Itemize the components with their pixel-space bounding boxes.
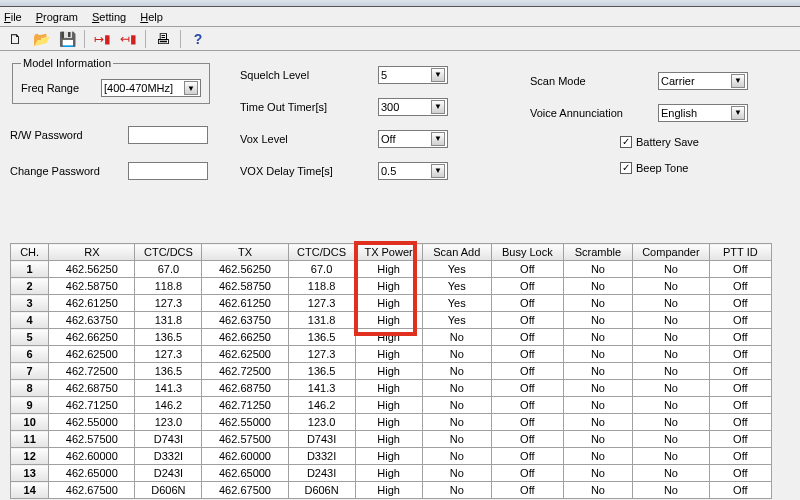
cell-rx[interactable]: 462.68750 (49, 380, 135, 397)
cell-rx[interactable]: 462.72500 (49, 363, 135, 380)
cell-tx[interactable]: 462.60000 (202, 448, 288, 465)
cell-enc[interactable]: 67.0 (288, 261, 355, 278)
cell-busylock[interactable]: Off (491, 482, 563, 499)
cell-ch[interactable]: 14 (11, 482, 49, 499)
cell-ch[interactable]: 4 (11, 312, 49, 329)
scanmode-select[interactable]: Carrier ▼ (658, 72, 748, 90)
read-radio-icon[interactable]: ↦▮ (93, 30, 111, 48)
cell-compander[interactable]: No (633, 397, 710, 414)
cell-scanadd[interactable]: No (422, 397, 491, 414)
cell-enc[interactable]: 127.3 (288, 295, 355, 312)
cell-dec[interactable]: 136.5 (135, 363, 202, 380)
th-rx[interactable]: RX (49, 244, 135, 261)
cell-dec[interactable]: 67.0 (135, 261, 202, 278)
cell-compander[interactable]: No (633, 295, 710, 312)
th-tx[interactable]: TX (202, 244, 288, 261)
cell-ch[interactable]: 5 (11, 329, 49, 346)
cell-pttid[interactable]: Off (709, 448, 771, 465)
cell-rx[interactable]: 462.61250 (49, 295, 135, 312)
cell-power[interactable]: High (355, 363, 422, 380)
table-row[interactable]: 2462.58750118.8462.58750118.8HighYesOffN… (11, 278, 772, 295)
cell-busylock[interactable]: Off (491, 312, 563, 329)
cell-rx[interactable]: 462.57500 (49, 431, 135, 448)
cell-compander[interactable]: No (633, 448, 710, 465)
cell-ch[interactable]: 7 (11, 363, 49, 380)
table-row[interactable]: 10462.55000123.0462.55000123.0HighNoOffN… (11, 414, 772, 431)
change-password-input[interactable] (128, 162, 208, 180)
cell-dec[interactable]: 118.8 (135, 278, 202, 295)
cell-power[interactable]: High (355, 448, 422, 465)
th-compander[interactable]: Compander (633, 244, 710, 261)
cell-scanadd[interactable]: Yes (422, 312, 491, 329)
th-scanadd[interactable]: Scan Add (422, 244, 491, 261)
cell-scanadd[interactable]: No (422, 363, 491, 380)
cell-tx[interactable]: 462.58750 (202, 278, 288, 295)
cell-busylock[interactable]: Off (491, 397, 563, 414)
cell-compander[interactable]: No (633, 261, 710, 278)
table-row[interactable]: 11462.57500D743I462.57500D743IHighNoOffN… (11, 431, 772, 448)
cell-dec[interactable]: 131.8 (135, 312, 202, 329)
cell-dec[interactable]: 123.0 (135, 414, 202, 431)
cell-pttid[interactable]: Off (709, 431, 771, 448)
cell-compander[interactable]: No (633, 465, 710, 482)
cell-busylock[interactable]: Off (491, 261, 563, 278)
cell-compander[interactable]: No (633, 482, 710, 499)
cell-power[interactable]: High (355, 482, 422, 499)
cell-power[interactable]: High (355, 329, 422, 346)
cell-ch[interactable]: 12 (11, 448, 49, 465)
cell-scramble[interactable]: No (563, 465, 632, 482)
cell-scanadd[interactable]: No (422, 329, 491, 346)
save-icon[interactable]: 💾 (58, 30, 76, 48)
cell-enc[interactable]: 136.5 (288, 363, 355, 380)
cell-rx[interactable]: 462.60000 (49, 448, 135, 465)
cell-scanadd[interactable]: No (422, 346, 491, 363)
cell-ch[interactable]: 6 (11, 346, 49, 363)
cell-dec[interactable]: 141.3 (135, 380, 202, 397)
rw-password-input[interactable] (128, 126, 208, 144)
table-row[interactable]: 5462.66250136.5462.66250136.5HighNoOffNo… (11, 329, 772, 346)
print-icon[interactable]: 🖶 (154, 30, 172, 48)
table-row[interactable]: 13462.65000D243I462.65000D243IHighNoOffN… (11, 465, 772, 482)
cell-rx[interactable]: 462.71250 (49, 397, 135, 414)
cell-ch[interactable]: 2 (11, 278, 49, 295)
cell-scramble[interactable]: No (563, 397, 632, 414)
th-ch[interactable]: CH. (11, 244, 49, 261)
th-txpower[interactable]: TX Power (355, 244, 422, 261)
cell-busylock[interactable]: Off (491, 414, 563, 431)
cell-dec[interactable]: 146.2 (135, 397, 202, 414)
cell-tx[interactable]: 462.65000 (202, 465, 288, 482)
cell-ch[interactable]: 10 (11, 414, 49, 431)
cell-power[interactable]: High (355, 431, 422, 448)
cell-scanadd[interactable]: No (422, 414, 491, 431)
cell-compander[interactable]: No (633, 278, 710, 295)
cell-enc[interactable]: 136.5 (288, 329, 355, 346)
battery-save-checkbox[interactable]: ✓ (620, 136, 632, 148)
cell-scanadd[interactable]: No (422, 380, 491, 397)
cell-rx[interactable]: 462.62500 (49, 346, 135, 363)
cell-enc[interactable]: D332I (288, 448, 355, 465)
cell-enc[interactable]: D243I (288, 465, 355, 482)
th-pttid[interactable]: PTT ID (709, 244, 771, 261)
table-row[interactable]: 9462.71250146.2462.71250146.2HighNoOffNo… (11, 397, 772, 414)
cell-tx[interactable]: 462.63750 (202, 312, 288, 329)
cell-scanadd[interactable]: Yes (422, 261, 491, 278)
cell-power[interactable]: High (355, 380, 422, 397)
cell-pttid[interactable]: Off (709, 380, 771, 397)
cell-scramble[interactable]: No (563, 261, 632, 278)
freq-range-select[interactable]: [400-470MHz] ▼ (101, 79, 201, 97)
cell-scanadd[interactable]: Yes (422, 295, 491, 312)
cell-pttid[interactable]: Off (709, 295, 771, 312)
cell-compander[interactable]: No (633, 380, 710, 397)
vox-select[interactable]: Off ▼ (378, 130, 448, 148)
cell-busylock[interactable]: Off (491, 329, 563, 346)
cell-enc[interactable]: D606N (288, 482, 355, 499)
cell-pttid[interactable]: Off (709, 465, 771, 482)
new-icon[interactable]: 🗋 (6, 30, 24, 48)
cell-rx[interactable]: 462.55000 (49, 414, 135, 431)
th-busylock[interactable]: Busy Lock (491, 244, 563, 261)
cell-rx[interactable]: 462.65000 (49, 465, 135, 482)
cell-tx[interactable]: 462.67500 (202, 482, 288, 499)
open-icon[interactable]: 📂 (32, 30, 50, 48)
channel-table[interactable]: CH. RX CTC/DCS TX CTC/DCS TX Power Scan … (10, 243, 772, 499)
cell-dec[interactable]: 127.3 (135, 295, 202, 312)
